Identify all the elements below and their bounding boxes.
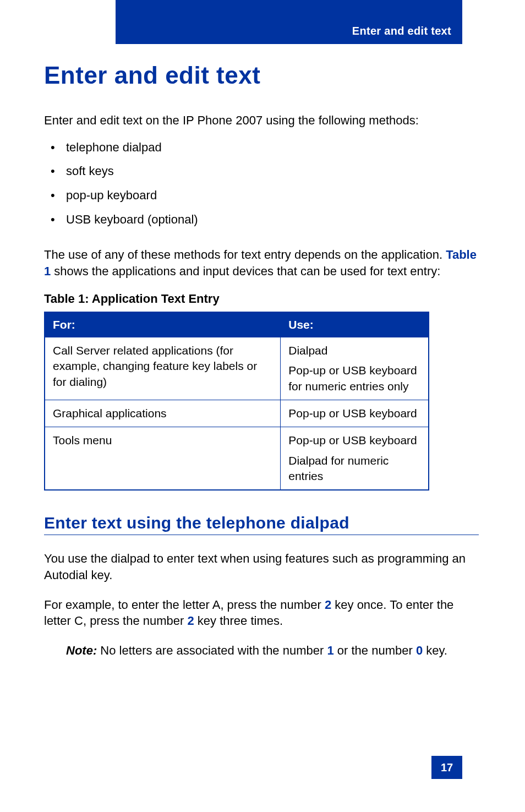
table-header-row: For: Use: — [45, 312, 429, 337]
page-number: 17 — [431, 756, 462, 779]
table-cell-use: Dialpad Pop-up or USB keyboard for numer… — [281, 337, 429, 400]
table-cell-for: Graphical applications — [45, 400, 281, 427]
text-fragment: shows the applications and input devices… — [51, 264, 440, 278]
key-number: 1 — [327, 644, 333, 657]
running-header: Enter and edit text — [116, 0, 462, 44]
page-content: Enter and edit text Enter and edit text … — [44, 55, 479, 659]
table-cell-use: Pop-up or USB keyboard Dialpad for numer… — [281, 427, 429, 491]
table-row: Call Server related applications (for ex… — [45, 337, 429, 400]
text-fragment: key. — [423, 644, 447, 657]
section-heading: Enter text using the telephone dialpad — [44, 514, 479, 535]
table-intro-paragraph: The use of any of these methods for text… — [44, 247, 479, 279]
text-fragment: The use of any of these methods for text… — [44, 248, 446, 261]
table-cell-line: Dialpad — [288, 343, 420, 358]
body-paragraph: For example, to enter the letter A, pres… — [44, 597, 479, 629]
methods-list: telephone dialpad soft keys pop-up keybo… — [44, 135, 479, 232]
list-item: telephone dialpad — [44, 135, 479, 160]
note-label: Note: — [66, 644, 97, 657]
intro-paragraph: Enter and edit text on the IP Phone 2007… — [44, 112, 479, 129]
page-number-value: 17 — [441, 761, 453, 774]
key-number: 2 — [325, 598, 331, 612]
table-header-use: Use: — [281, 312, 429, 337]
table-cell-line: Pop-up or USB keyboard for numeric entri… — [288, 363, 420, 394]
table-cell-use: Pop-up or USB keyboard — [281, 400, 429, 427]
text-fragment: key three times. — [194, 614, 283, 628]
key-number: 2 — [187, 614, 194, 628]
list-item: soft keys — [44, 159, 479, 183]
running-header-title: Enter and edit text — [352, 25, 451, 37]
list-item: USB keyboard (optional) — [44, 208, 479, 232]
key-number: 0 — [416, 644, 423, 657]
table-row: Graphical applications Pop-up or USB key… — [45, 400, 429, 427]
table-header-for: For: — [45, 312, 281, 337]
table-cell-for: Call Server related applications (for ex… — [45, 337, 281, 400]
note-block: Note: No letters are associated with the… — [66, 642, 479, 659]
table-cell-line: Pop-up or USB keyboard — [288, 433, 420, 448]
application-text-entry-table: For: Use: Call Server related applicatio… — [44, 312, 429, 491]
list-item: pop-up keyboard — [44, 183, 479, 208]
text-fragment: or the number — [334, 644, 416, 657]
table-row: Tools menu Pop-up or USB keyboard Dialpa… — [45, 427, 429, 491]
table-cell-line: Dialpad for numeric entries — [288, 453, 420, 484]
table-cell-line: Pop-up or USB keyboard — [288, 406, 420, 421]
table-cell-for: Tools menu — [45, 427, 281, 491]
text-fragment: No letters are associated with the numbe… — [97, 644, 327, 657]
page-title: Enter and edit text — [44, 62, 479, 89]
body-paragraph: You use the dialpad to enter text when u… — [44, 551, 479, 583]
text-fragment: For example, to enter the letter A, pres… — [44, 598, 325, 612]
table-caption: Table 1: Application Text Entry — [44, 292, 479, 306]
